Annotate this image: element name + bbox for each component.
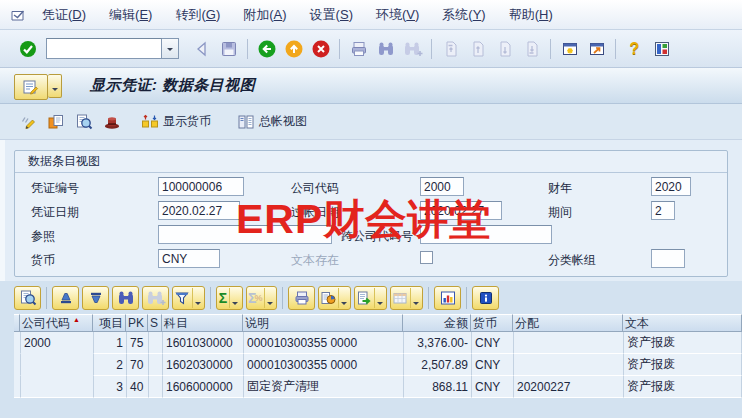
menu-item-4[interactable]: 设置(S) bbox=[310, 6, 353, 24]
table-cell[interactable]: 2,507.89 bbox=[404, 354, 472, 376]
cancel-button[interactable] bbox=[307, 35, 334, 62]
find-button[interactable] bbox=[372, 35, 399, 62]
other-document-button[interactable] bbox=[42, 108, 70, 135]
table-cell[interactable]: 000010300355 0000 bbox=[244, 332, 404, 354]
menu-item-2[interactable]: 转到(G) bbox=[175, 6, 220, 24]
first-page-button[interactable] bbox=[437, 35, 464, 62]
doc-number-field[interactable] bbox=[158, 177, 244, 196]
help-button[interactable]: ? bbox=[621, 35, 648, 62]
table-cell[interactable]: 40 bbox=[127, 376, 149, 398]
overview-dropdown-button[interactable] bbox=[48, 74, 62, 98]
table-cell[interactable]: 固定资产清理 bbox=[244, 376, 404, 398]
table-cell[interactable]: CNY bbox=[472, 376, 514, 398]
ledger-group-field[interactable] bbox=[651, 249, 685, 268]
table-cell[interactable]: 70 bbox=[127, 354, 149, 376]
table-cell[interactable] bbox=[149, 376, 163, 398]
table-cell[interactable] bbox=[149, 354, 163, 376]
table-cell[interactable]: 资产报废 bbox=[624, 354, 742, 376]
enter-button[interactable] bbox=[14, 35, 41, 62]
layout-dropdown[interactable] bbox=[410, 288, 421, 308]
last-page-button[interactable] bbox=[518, 35, 545, 62]
table-cell[interactable]: 资产报废 bbox=[624, 376, 742, 398]
row-selector[interactable] bbox=[14, 354, 21, 376]
table-cell[interactable]: CNY bbox=[472, 332, 514, 354]
column-header-9[interactable]: 文本 bbox=[623, 314, 742, 332]
column-header-6[interactable]: 金额 bbox=[403, 314, 471, 332]
save-button[interactable] bbox=[215, 35, 242, 62]
previous-button[interactable] bbox=[188, 35, 215, 62]
row-selector[interactable] bbox=[14, 376, 21, 398]
find-button[interactable] bbox=[112, 286, 139, 310]
table-cell[interactable] bbox=[21, 354, 94, 376]
menu-item-6[interactable]: 系统(Y) bbox=[442, 6, 485, 24]
table-cell[interactable]: 3,376.00- bbox=[404, 332, 472, 354]
column-header-4[interactable]: 科目 bbox=[162, 314, 243, 332]
filter-dropdown[interactable] bbox=[192, 288, 203, 308]
text-exists-checkbox[interactable] bbox=[420, 251, 433, 264]
sum-dropdown[interactable] bbox=[229, 288, 240, 308]
sort-descending-button[interactable] bbox=[82, 286, 109, 310]
doc-date-field[interactable] bbox=[158, 201, 240, 220]
column-header-8[interactable]: 分配 bbox=[513, 314, 623, 332]
table-cell[interactable]: 868.11 bbox=[404, 376, 472, 398]
sort-ascending-button[interactable] bbox=[52, 286, 79, 310]
find-next-button[interactable] bbox=[399, 35, 426, 62]
table-cell[interactable]: 75 bbox=[127, 332, 149, 354]
column-header-5[interactable]: 说明 bbox=[243, 314, 403, 332]
display-currency-button[interactable]: 显示货币 bbox=[136, 108, 216, 135]
customize-layout-button[interactable] bbox=[648, 35, 675, 62]
print-button[interactable] bbox=[345, 35, 372, 62]
views-button[interactable] bbox=[318, 286, 351, 310]
period-field[interactable] bbox=[651, 201, 675, 220]
table-cell[interactable]: CNY bbox=[472, 354, 514, 376]
print-button[interactable] bbox=[288, 286, 315, 310]
table-cell[interactable] bbox=[149, 332, 163, 354]
table-cell[interactable]: 1606000000 bbox=[163, 376, 244, 398]
exit-button[interactable] bbox=[280, 35, 307, 62]
column-header-2[interactable]: PK bbox=[126, 314, 148, 332]
create-shortcut-button[interactable] bbox=[583, 35, 610, 62]
export-dropdown[interactable] bbox=[374, 288, 385, 308]
command-input[interactable] bbox=[46, 38, 162, 59]
menu-item-3[interactable]: 附加(A) bbox=[243, 6, 286, 24]
display-change-button[interactable] bbox=[14, 108, 42, 135]
new-session-button[interactable] bbox=[556, 35, 583, 62]
menu-item-1[interactable]: 编辑(E) bbox=[109, 6, 152, 24]
fiscal-year-field[interactable] bbox=[651, 177, 691, 196]
menu-item-7[interactable]: 帮助(H) bbox=[509, 6, 553, 24]
views-dropdown[interactable] bbox=[338, 288, 349, 308]
company-code-field[interactable] bbox=[420, 177, 464, 196]
table-cell[interactable]: 000010300355 0000 bbox=[244, 354, 404, 376]
graphic-button[interactable] bbox=[434, 286, 461, 310]
subtotal-button[interactable]: Σ% bbox=[246, 286, 277, 310]
table-cell[interactable]: 2 bbox=[94, 354, 127, 376]
find-next-button[interactable] bbox=[142, 286, 169, 310]
menu-item-0[interactable]: 凭证(D) bbox=[42, 6, 86, 24]
table-cell[interactable]: 3 bbox=[94, 376, 127, 398]
next-page-button[interactable] bbox=[491, 35, 518, 62]
table-cell[interactable]: 1 bbox=[94, 332, 127, 354]
row-selector[interactable] bbox=[14, 332, 21, 354]
layout-button[interactable] bbox=[390, 286, 423, 310]
subtotal-dropdown[interactable] bbox=[264, 288, 275, 308]
general-ledger-view-button[interactable]: 总帐视图 bbox=[232, 108, 312, 135]
column-header-7[interactable]: 货币 bbox=[471, 314, 513, 332]
previous-page-button[interactable] bbox=[464, 35, 491, 62]
detail-button[interactable] bbox=[14, 286, 41, 310]
table-cell[interactable]: 资产报废 bbox=[624, 332, 742, 354]
table-cell[interactable] bbox=[21, 376, 94, 398]
filter-button[interactable] bbox=[172, 286, 205, 310]
menu-item-5[interactable]: 环境(V) bbox=[376, 6, 419, 24]
document-header-button[interactable] bbox=[98, 108, 126, 135]
table-cell[interactable] bbox=[514, 332, 624, 354]
export-button[interactable] bbox=[354, 286, 387, 310]
system-menu-icon[interactable] bbox=[10, 8, 26, 22]
sum-button[interactable]: Σ bbox=[216, 286, 243, 310]
table-cell[interactable]: 1602030000 bbox=[163, 354, 244, 376]
table-cell[interactable] bbox=[514, 354, 624, 376]
column-header-3[interactable]: S bbox=[148, 314, 162, 332]
table-cell[interactable]: 20200227 bbox=[514, 376, 624, 398]
table-cell[interactable]: 1601030000 bbox=[163, 332, 244, 354]
column-header-1[interactable]: 项目 bbox=[93, 314, 126, 332]
info-button[interactable] bbox=[472, 286, 499, 310]
